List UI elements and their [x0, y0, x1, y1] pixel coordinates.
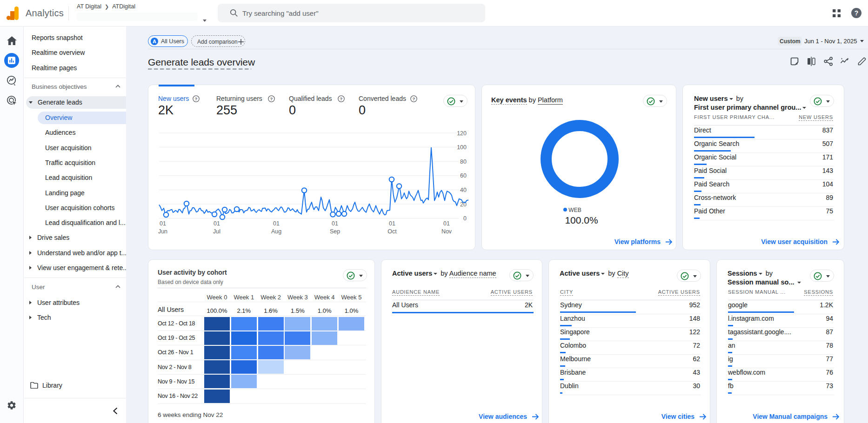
svg-text:01: 01: [332, 220, 338, 227]
svg-text:Aug: Aug: [271, 228, 281, 235]
svg-text:Jul: Jul: [213, 228, 220, 235]
svg-text:01: 01: [160, 220, 166, 227]
svg-text:Oct: Oct: [387, 228, 397, 235]
svg-text:Sep: Sep: [330, 228, 340, 235]
svg-text:120: 120: [457, 130, 467, 137]
svg-text:01: 01: [273, 220, 280, 227]
svg-text:40: 40: [460, 187, 467, 193]
svg-text:01: 01: [443, 220, 450, 227]
svg-text:?: ?: [340, 96, 343, 101]
svg-text:0: 0: [463, 215, 467, 222]
svg-text:01: 01: [389, 220, 395, 227]
svg-text:?: ?: [270, 96, 273, 101]
svg-text:Nov: Nov: [441, 228, 452, 235]
svg-text:100: 100: [457, 144, 467, 151]
svg-text:80: 80: [460, 159, 467, 165]
svg-text:Jun: Jun: [158, 228, 167, 235]
svg-text:60: 60: [460, 172, 467, 179]
svg-text:01: 01: [214, 220, 220, 227]
svg-text:?: ?: [413, 96, 415, 101]
svg-text:?: ?: [195, 96, 198, 101]
